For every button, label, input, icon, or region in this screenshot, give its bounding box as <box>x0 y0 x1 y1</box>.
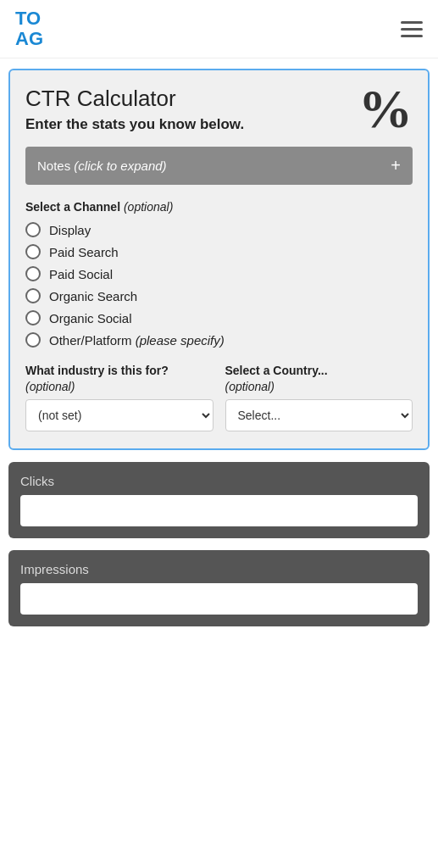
channel-other[interactable]: Other/Platform (please specify) <box>25 332 413 348</box>
clicks-label: Clicks <box>20 474 418 488</box>
channel-display-label: Display <box>49 223 91 237</box>
channel-paid-search-label: Paid Search <box>49 245 119 259</box>
channel-organic-search-label: Organic Search <box>49 289 137 303</box>
card-title: CTR Calculator <box>25 86 350 112</box>
channel-organic-search-radio[interactable] <box>25 288 41 303</box>
card-subtitle: Enter the stats you know below. <box>25 115 350 134</box>
clicks-section: Clicks <box>8 462 430 538</box>
clicks-input[interactable] <box>20 495 418 526</box>
channel-paid-social-radio[interactable] <box>25 266 41 281</box>
channel-radio-group: Display Paid Search Paid Social Organic … <box>25 222 413 348</box>
country-block: Select a Country... (optional) Select...… <box>225 363 413 431</box>
channel-paid-social-label: Paid Social <box>49 267 113 281</box>
percent-icon: % <box>358 82 413 136</box>
channel-paid-social[interactable]: Paid Social <box>25 266 413 281</box>
industry-select[interactable]: (not set) Retail Finance Healthcare <box>25 399 213 431</box>
select-row: What industry is this for? (optional) (n… <box>25 363 413 431</box>
industry-label: What industry is this for? (optional) <box>25 363 213 393</box>
logo[interactable]: TO AG <box>15 8 43 49</box>
impressions-section: Impressions <box>8 550 430 626</box>
channel-organic-social[interactable]: Organic Social <box>25 310 413 326</box>
channel-section-label: Select a Channel (optional) <box>25 200 413 214</box>
channel-other-radio[interactable] <box>25 332 41 348</box>
ctr-calculator-card: CTR Calculator Enter the stats you know … <box>8 69 430 449</box>
hamburger-line-3 <box>401 35 423 37</box>
card-title-block: CTR Calculator Enter the stats you know … <box>25 86 350 134</box>
notes-label: Notes (click to expand) <box>37 159 167 173</box>
channel-display-radio[interactable] <box>25 222 41 237</box>
channel-paid-search-radio[interactable] <box>25 244 41 259</box>
card-header: CTR Calculator Enter the stats you know … <box>25 86 413 136</box>
country-label: Select a Country... (optional) <box>225 363 413 393</box>
notes-bar[interactable]: Notes (click to expand) + <box>25 147 413 185</box>
country-select[interactable]: Select... United States United Kingdom A… <box>225 399 413 431</box>
channel-organic-social-label: Organic Social <box>49 311 132 326</box>
hamburger-menu[interactable] <box>401 21 423 37</box>
header: TO AG <box>0 0 438 58</box>
hamburger-line-2 <box>401 28 423 31</box>
channel-organic-search[interactable]: Organic Search <box>25 288 413 303</box>
impressions-input[interactable] <box>20 583 418 615</box>
channel-display[interactable]: Display <box>25 222 413 237</box>
channel-paid-search[interactable]: Paid Search <box>25 244 413 259</box>
channel-organic-social-radio[interactable] <box>25 310 41 326</box>
hamburger-line-1 <box>401 21 423 24</box>
impressions-label: Impressions <box>20 562 418 576</box>
notes-plus-icon: + <box>391 156 401 175</box>
channel-other-label: Other/Platform (please specify) <box>49 333 225 348</box>
industry-block: What industry is this for? (optional) (n… <box>25 363 213 431</box>
